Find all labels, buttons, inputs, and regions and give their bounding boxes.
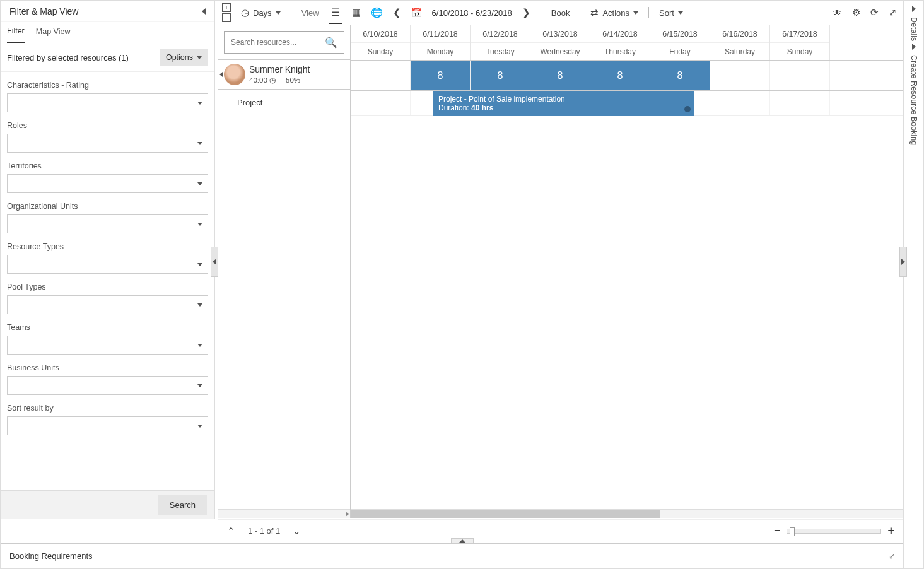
zoom-slider[interactable]	[787, 529, 881, 534]
label-characteristics: Characteristics - Rating	[7, 81, 208, 90]
chevron-left-icon	[213, 259, 216, 265]
cal-date: 6/14/2018	[590, 25, 650, 43]
hours-cell: 8	[411, 61, 471, 90]
search-button[interactable]: Search	[158, 495, 207, 515]
cal-date: 6/15/2018	[650, 25, 710, 43]
separator	[580, 7, 580, 18]
sidebar-title: Filter & Map View	[9, 6, 78, 16]
gear-icon[interactable]: ⚙	[852, 7, 860, 18]
calendar-icon[interactable]: 📅	[411, 8, 422, 18]
label-territories: Territories	[7, 161, 208, 170]
filtered-by-text: Filtered by selected resources (1)	[7, 53, 129, 62]
fullscreen-icon[interactable]: ⤢	[889, 7, 897, 18]
date-range-text: 6/10/2018 - 6/23/2018	[432, 8, 512, 18]
chevron-down-icon	[197, 425, 202, 428]
pager-down-icon[interactable]: ⌄	[293, 525, 301, 537]
search-resources-box[interactable]: 🔍	[224, 31, 344, 54]
splitter-handle-bottom[interactable]	[451, 538, 474, 544]
grid-view-button[interactable]: ▦	[352, 7, 361, 18]
actions-menu[interactable]: ⇄ Actions	[590, 7, 638, 18]
booking-block[interactable]: Project - Point of Sale implementation D…	[433, 91, 694, 116]
label-roles: Roles	[7, 121, 208, 130]
chevron-left-icon	[901, 259, 905, 265]
select-pool-types[interactable]	[7, 295, 208, 314]
avatar	[224, 64, 245, 85]
hours-cell	[351, 61, 411, 90]
zoom-slider-thumb[interactable]	[790, 527, 795, 536]
sort-label: Sort	[659, 8, 674, 18]
tab-map-view[interactable]: Map View	[36, 23, 71, 42]
options-button[interactable]: Options	[160, 49, 208, 66]
eye-icon[interactable]: 👁	[833, 8, 842, 18]
select-roles[interactable]	[7, 134, 208, 153]
resource-row[interactable]: Summer Knight 40:00 ◷ 50%	[218, 59, 350, 90]
label-business-units: Business Units	[7, 363, 208, 372]
calendar-area: 6/10/2018Sunday 6/11/2018Monday 6/12/201…	[351, 25, 903, 518]
collapse-left-icon[interactable]	[202, 8, 206, 15]
scrollbar-thumb[interactable]	[351, 510, 660, 518]
splitter-handle-left[interactable]	[211, 247, 218, 277]
cal-day: Thursday	[590, 43, 650, 61]
cal-date: 6/11/2018	[411, 25, 470, 43]
select-characteristics[interactable]	[7, 93, 208, 112]
calendar-header: 6/10/2018Sunday 6/11/2018Monday 6/12/201…	[351, 25, 903, 61]
details-pane-header[interactable]: Details	[904, 1, 924, 38]
booking-title: Project - Point of Sale implementation	[438, 95, 689, 103]
select-org-units[interactable]	[7, 214, 208, 233]
refresh-icon[interactable]: ⟳	[870, 7, 879, 18]
schedule-toolbar: + − ◷ Days View ☰ ▦ 🌐 ❮ 📅 6/10/2018 - 6/…	[218, 1, 903, 25]
select-territories[interactable]	[7, 174, 208, 193]
resource-subtask-label: Project	[218, 90, 350, 115]
schedule-board-main: + − ◷ Days View ☰ ▦ 🌐 ❮ 📅 6/10/2018 - 6/…	[218, 1, 903, 518]
next-range-button[interactable]: ❯	[522, 7, 530, 18]
pager-up-icon[interactable]: ⌃	[227, 525, 235, 537]
resource-column: 🔍 Summer Knight 40:00 ◷ 50% Project	[218, 25, 351, 518]
resource-time: 40:00	[249, 76, 267, 84]
select-business-units[interactable]	[7, 376, 208, 395]
availability-row: 8 8 8 8 8	[351, 61, 903, 91]
label-org-units: Organizational Units	[7, 202, 208, 211]
resource-column-scrollbar[interactable]	[218, 509, 350, 518]
map-view-button[interactable]: 🌐	[371, 7, 383, 18]
expand-all-button[interactable]: +	[222, 3, 231, 12]
expand-panel-icon[interactable]: ⤢	[889, 551, 896, 561]
cal-date: 6/16/2018	[710, 25, 769, 43]
collapse-row-icon[interactable]	[219, 72, 223, 77]
splitter-handle-right[interactable]	[899, 247, 907, 277]
search-resources-input[interactable]	[231, 38, 313, 47]
resize-handle-icon[interactable]	[684, 106, 691, 112]
cal-date: 6/17/2018	[770, 25, 829, 43]
collapse-all-button[interactable]: −	[222, 13, 231, 22]
create-booking-pane-header[interactable]: Create Resource Booking	[904, 38, 924, 568]
horizontal-scrollbar[interactable]	[351, 509, 903, 518]
schedule-grid: 🔍 Summer Knight 40:00 ◷ 50% Project	[218, 25, 903, 518]
prev-range-button[interactable]: ❮	[393, 7, 401, 18]
view-label: View	[301, 8, 319, 18]
chevron-down-icon	[197, 56, 202, 59]
cal-day: Monday	[411, 43, 470, 61]
pager-text: 1 - 1 of 1	[248, 526, 280, 536]
time-unit-label: Days	[253, 8, 272, 18]
select-teams[interactable]	[7, 336, 208, 355]
chevron-left-icon	[912, 44, 916, 50]
time-unit-menu[interactable]: ◷ Days	[241, 7, 281, 18]
select-resource-types[interactable]	[7, 255, 208, 274]
book-button[interactable]: Book	[551, 8, 570, 18]
cal-date: 6/13/2018	[530, 25, 590, 43]
list-view-button[interactable]: ☰	[329, 1, 342, 24]
select-sort-by[interactable]	[7, 416, 208, 435]
hours-cell: 8	[471, 61, 530, 90]
booking-row: Project - Point of Sale implementation D…	[351, 91, 903, 116]
actions-label: Actions	[602, 8, 629, 18]
chevron-down-icon	[197, 182, 202, 185]
chevron-down-icon	[197, 102, 202, 105]
zoom-in-button[interactable]: +	[887, 524, 894, 537]
tab-filter[interactable]: Filter	[7, 23, 25, 43]
search-icon[interactable]: 🔍	[325, 37, 337, 49]
booking-requirements-title: Booking Requirements	[9, 551, 93, 561]
filter-form: Characteristics - Rating Roles Territori…	[1, 71, 214, 490]
cal-day: Sunday	[351, 43, 410, 61]
chevron-down-icon	[197, 344, 202, 347]
sort-menu[interactable]: Sort	[659, 8, 683, 18]
zoom-out-button[interactable]: −	[774, 524, 781, 537]
